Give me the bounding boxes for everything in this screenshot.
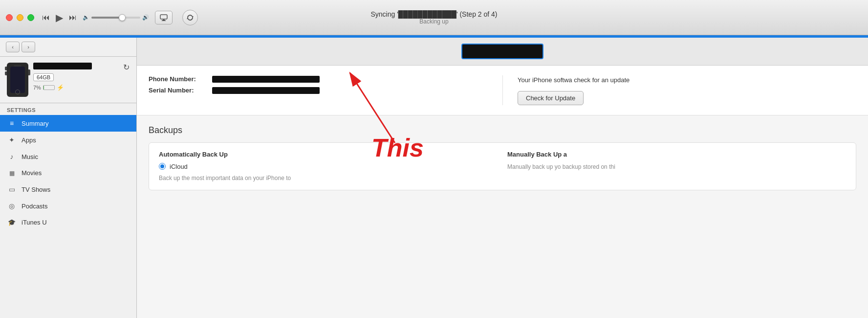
main-layout: ‹ › 64GB 7% ⚡ <box>0 38 868 318</box>
movies-icon: ▦ <box>7 170 17 177</box>
sidebar-item-tvshows[interactable]: ▭ TV Shows <box>0 181 136 198</box>
media-controls: ⏮ ▶ ⏭ <box>42 12 77 23</box>
airplay-button[interactable] <box>155 11 173 24</box>
serial-number-value <box>212 87 320 94</box>
info-right: Your iPhone softwa check for an update C… <box>502 75 856 105</box>
music-label: Music <box>22 153 38 160</box>
forward-button[interactable]: › <box>22 42 35 52</box>
play-button[interactable]: ▶ <box>56 12 63 23</box>
sidebar-item-itunesu[interactable]: 🎓 iTunes U <box>0 214 136 230</box>
maximize-button[interactable] <box>27 14 34 21</box>
device-name-redacted <box>33 63 92 69</box>
volume-slider[interactable]: 🔈 🔊 <box>83 14 149 21</box>
device-name-box <box>461 44 543 59</box>
apps-label: Apps <box>22 136 36 144</box>
back-button[interactable]: ‹ <box>6 42 20 52</box>
device-info: 64GB 7% ⚡ <box>33 63 118 91</box>
manual-backup-title: Manually Back Up a <box>507 151 846 158</box>
device-battery: 7% ⚡ <box>33 84 118 91</box>
title-bar: ⏮ ▶ ⏭ 🔈 🔊 Syncing '████████████' (Step 2… <box>0 0 868 35</box>
slider-thumb <box>119 14 126 21</box>
minimize-button[interactable] <box>17 14 23 21</box>
sidebar-item-apps[interactable]: ✦ Apps <box>0 132 136 148</box>
phone-number-value <box>212 76 320 83</box>
sync-icon <box>186 14 194 22</box>
rewind-button[interactable]: ⏮ <box>42 13 50 22</box>
close-button[interactable] <box>6 14 13 21</box>
summary-label: Summary <box>22 120 49 127</box>
sync-sub-text: Backing up <box>371 18 498 25</box>
volume-max-icon: 🔊 <box>142 14 149 21</box>
traffic-lights <box>6 14 34 21</box>
svg-marker-2 <box>192 16 194 18</box>
sidebar-item-podcasts[interactable]: ◎ Podcasts <box>0 198 136 214</box>
apps-icon: ✦ <box>7 136 17 144</box>
title-center: Syncing '████████████' (Step 2 of 4) Bac… <box>371 10 498 25</box>
auto-backup-title: Automatically Back Up <box>159 151 498 158</box>
update-text: Your iPhone softwa check for an update <box>518 75 856 85</box>
sidebar-item-movies[interactable]: ▦ Movies <box>0 165 136 181</box>
sidebar-nav: ‹ › <box>0 38 136 57</box>
phone-number-label: Phone Number: <box>149 75 212 83</box>
info-grid: Phone Number: Serial Number: Your iPhone… <box>149 75 856 105</box>
sidebar-item-music[interactable]: ♪ Music <box>0 148 136 165</box>
backups-grid: Automatically Back Up iCloud Back up the… <box>159 151 846 182</box>
sync-button[interactable] <box>182 10 198 25</box>
settings-label: Settings <box>0 103 136 115</box>
tvshows-label: TV Shows <box>22 186 50 193</box>
device-image <box>7 63 28 97</box>
icloud-radio[interactable] <box>159 163 166 170</box>
serial-number-label: Serial Number: <box>149 87 212 94</box>
airplay-icon <box>159 14 168 21</box>
manual-backup-col: Manually Back Up a Manually back up yo b… <box>507 151 846 182</box>
movies-label: Movies <box>22 169 42 177</box>
battery-fill <box>43 86 44 90</box>
manual-desc: Manually back up yo backup stored on thi <box>507 163 846 171</box>
volume-min-icon: 🔈 <box>83 14 89 21</box>
icloud-label: iCloud <box>170 163 188 170</box>
content-area: Phone Number: Serial Number: Your iPhone… <box>137 38 868 318</box>
battery-percent: 7% <box>33 85 41 91</box>
tvshows-icon: ▭ <box>7 185 17 193</box>
slider-track <box>91 17 140 19</box>
sidebar: ‹ › 64GB 7% ⚡ <box>0 38 137 318</box>
summary-icon: ≡ <box>7 119 17 127</box>
sync-status-text: Syncing '████████████' (Step 2 of 4) <box>371 10 498 18</box>
fast-forward-button[interactable]: ⏭ <box>69 13 77 22</box>
itunesu-label: iTunes U <box>22 219 47 226</box>
device-storage: 64GB <box>33 73 54 81</box>
backups-title: Backups <box>149 125 856 136</box>
auto-backup-col: Automatically Back Up iCloud Back up the… <box>159 151 498 182</box>
device-sync-icon[interactable]: ↻ <box>123 63 130 72</box>
podcasts-label: Podcasts <box>22 203 47 210</box>
phone-number-row: Phone Number: <box>149 75 488 83</box>
device-header <box>137 38 868 66</box>
podcasts-icon: ◎ <box>7 202 17 210</box>
backups-section: Backups Automatically Back Up iCloud Bac… <box>137 115 868 201</box>
backups-card: Automatically Back Up iCloud Back up the… <box>149 142 856 191</box>
device-card: 64GB 7% ⚡ ↻ <box>0 57 136 103</box>
check-update-button[interactable]: Check for Update <box>518 91 584 105</box>
charging-icon: ⚡ <box>57 84 64 91</box>
music-icon: ♪ <box>7 153 17 160</box>
serial-number-row: Serial Number: <box>149 87 488 94</box>
info-section: Phone Number: Serial Number: Your iPhone… <box>137 66 868 115</box>
itunesu-icon: 🎓 <box>7 219 17 226</box>
svg-rect-1 <box>160 15 167 19</box>
info-left: Phone Number: Serial Number: <box>149 75 502 105</box>
icloud-desc: Back up the most important data on your … <box>159 174 498 182</box>
icloud-option[interactable]: iCloud <box>159 163 498 170</box>
svg-marker-3 <box>187 18 189 19</box>
battery-bar <box>43 85 55 90</box>
sidebar-item-summary[interactable]: ≡ Summary <box>0 115 136 132</box>
